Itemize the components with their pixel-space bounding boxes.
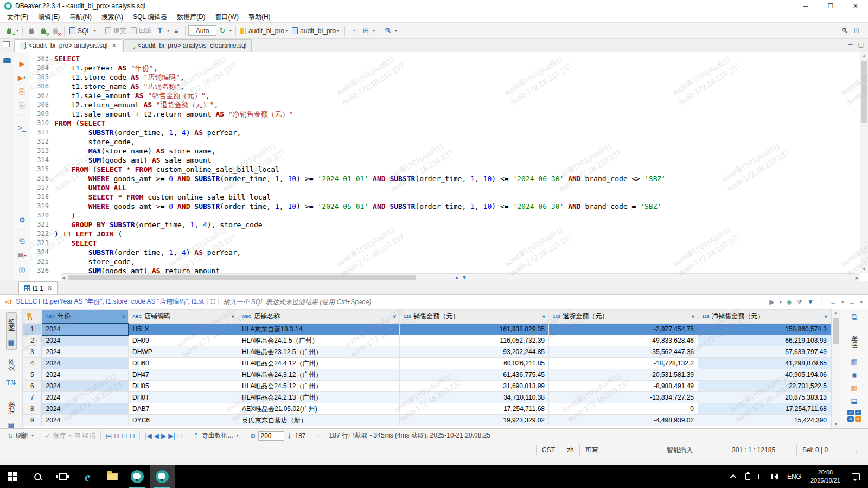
- fetch-limit-input[interactable]: [258, 431, 284, 441]
- query-text[interactable]: SELECT t1.perYear AS "年份", t1.store_code…: [16, 297, 204, 306]
- maximize-editor-icon[interactable]: ▢: [858, 41, 864, 48]
- nav-forward-caret[interactable]: ▾: [860, 299, 863, 305]
- connection-selector[interactable]: audit_bi_pro▾: [240, 27, 289, 35]
- results-vertical-scrollbar[interactable]: ▲ ▼: [831, 309, 840, 428]
- perspective-icon[interactable]: ⊡: [852, 26, 861, 36]
- row-number[interactable]: 4: [23, 358, 42, 369]
- cell[interactable]: HLA唯品会24.3.12（广州）: [238, 369, 400, 381]
- execute-statement-icon[interactable]: ▶: [14, 56, 30, 70]
- cell[interactable]: 英氏京东自营店（新）: [238, 415, 400, 426]
- cell[interactable]: 31,690,013.99: [400, 381, 549, 392]
- table-row[interactable]: 72024DH0THLA唯品会24.2.13（广州）34,710,110.38-…: [23, 392, 831, 403]
- cell[interactable]: 2024: [42, 403, 129, 415]
- restore-panel-icon[interactable]: [3, 41, 10, 47]
- taskbar-clock[interactable]: 20:08 2025/10/21: [805, 468, 846, 485]
- row-number[interactable]: 6: [23, 381, 42, 392]
- filter-settings-icon[interactable]: ⧩: [796, 298, 802, 306]
- table-row[interactable]: 12024H5LXHLA京东自营18.3.14161,938,029.05-2,…: [23, 324, 831, 335]
- plan-caret[interactable]: ▾: [373, 28, 375, 33]
- disconnect-icon[interactable]: ✕: [50, 26, 60, 36]
- menu-item[interactable]: 编辑(E): [33, 11, 65, 23]
- cell[interactable]: HLA唯品会24.2.13（广州）: [238, 392, 400, 403]
- execute-script-icon[interactable]: ⎘: [14, 85, 30, 99]
- sash-maximize-icons[interactable]: ▲▼: [454, 274, 469, 280]
- filter-history-caret[interactable]: ▾: [780, 299, 782, 305]
- row-number[interactable]: 1: [23, 324, 42, 335]
- cell[interactable]: 22,701,522.5: [698, 381, 831, 392]
- result-tab-close-icon[interactable]: ✕: [47, 285, 52, 292]
- cell[interactable]: 61,436,775.45: [400, 369, 549, 381]
- cell[interactable]: H5LX: [129, 324, 238, 335]
- cell[interactable]: DHWP: [129, 346, 238, 358]
- more-icon[interactable]: ⋯: [316, 432, 323, 440]
- next-page-icon[interactable]: ▶: [161, 432, 166, 440]
- column-header[interactable]: 123退货金额（元）▼: [549, 310, 698, 324]
- cell[interactable]: 66,219,103.93: [698, 335, 831, 346]
- schema-selector[interactable]: audit_bi_pro▾: [292, 27, 340, 35]
- last-page-icon[interactable]: ▶|: [168, 432, 175, 440]
- table-row[interactable]: 32024DHWPHLA唯品会23.12.5（广州）93,202,244.85-…: [23, 346, 831, 358]
- cell[interactable]: 2024: [42, 381, 129, 392]
- status-caret-position[interactable]: 301 : 1 : 12185: [726, 445, 796, 455]
- cell[interactable]: 15,424,390: [698, 415, 831, 426]
- cancel-button[interactable]: 取消: [82, 431, 95, 440]
- refresh-button[interactable]: 刷新: [15, 431, 28, 440]
- calc-panel-icons[interactable]: −+✕=: [847, 410, 861, 422]
- status-overflow-icon[interactable]: ⋮: [845, 446, 868, 454]
- edit-cell-icon[interactable]: ▤: [106, 432, 112, 440]
- column-header[interactable]: ABC年份▼: [42, 310, 129, 324]
- duplicate-row-icon[interactable]: ⊡: [122, 432, 127, 440]
- cell[interactable]: -4,498,939.02: [549, 415, 698, 426]
- action-center-icon[interactable]: [846, 473, 865, 480]
- row-number[interactable]: 8: [23, 403, 42, 415]
- cell[interactable]: 2024: [42, 415, 129, 426]
- menu-item[interactable]: 帮助(H): [244, 11, 276, 23]
- nav-back-caret[interactable]: ▾: [841, 299, 844, 305]
- cell[interactable]: 158,960,574.3: [698, 324, 831, 335]
- result-tab[interactable]: t1 1 ✕: [18, 281, 58, 294]
- minimize-editor-icon[interactable]: ─: [848, 41, 853, 48]
- menu-item[interactable]: 文件(F): [2, 11, 33, 23]
- reconnect-icon[interactable]: ↻: [39, 26, 48, 36]
- cell[interactable]: -2,977,454.75: [549, 324, 698, 335]
- code-area[interactable]: 303SELECT304 t1.perYear AS "年份",305 t1.s…: [30, 52, 868, 281]
- search-caret[interactable]: ▾: [395, 28, 397, 33]
- start-button[interactable]: [0, 465, 25, 488]
- nav-forward-icon[interactable]: →: [848, 298, 855, 306]
- language-indicator[interactable]: ENG: [783, 473, 805, 480]
- metadata-panel-icon[interactable]: ▦: [851, 384, 857, 392]
- cell[interactable]: -49,833,628.46: [549, 335, 698, 346]
- dbeaver-taskbar-button[interactable]: [125, 465, 150, 488]
- refresh-caret[interactable]: ▾: [31, 433, 34, 438]
- delete-row-icon[interactable]: ⊟: [129, 432, 135, 440]
- column-filter-caret[interactable]: ▼: [691, 314, 695, 319]
- internet-explorer-button[interactable]: e: [75, 465, 100, 488]
- fetch-all-icon[interactable]: ⭳: [286, 432, 293, 440]
- quick-access-search-icon[interactable]: 🔍︎: [840, 26, 850, 36]
- file-error-icon[interactable]: ▤●: [14, 248, 30, 262]
- column-filter-caret[interactable]: ▼: [824, 314, 828, 319]
- maximize-button[interactable]: ☐: [818, 0, 843, 12]
- cell[interactable]: -18,728,132.2: [549, 358, 698, 369]
- cell[interactable]: 2024: [42, 324, 129, 335]
- cell[interactable]: -13,834,727.25: [549, 392, 698, 403]
- cell[interactable]: 40,905,194.06: [698, 369, 831, 381]
- editor-tab[interactable]: <audit_bi_pro> analysis.sql✕: [14, 39, 122, 52]
- column-header[interactable]: ABC店铺名称▼: [238, 310, 400, 324]
- new-connection-icon[interactable]: +: [4, 26, 14, 36]
- close-button[interactable]: ✕: [843, 0, 868, 12]
- cell[interactable]: 17,254,711.68: [698, 403, 831, 415]
- cell[interactable]: HLA京东自营18.3.14: [238, 324, 400, 335]
- task-view-button[interactable]: [50, 465, 75, 488]
- cell[interactable]: HLA唯品会24.4.12（广州）: [238, 358, 400, 369]
- panel-toggle-icon[interactable]: ⧉: [851, 312, 857, 322]
- cell[interactable]: 2024: [42, 392, 129, 403]
- cell[interactable]: AEX唯品会21.05.02(广州): [238, 403, 400, 415]
- first-page-icon[interactable]: |◀: [145, 432, 151, 440]
- column-filter-caret[interactable]: ▼: [121, 314, 126, 319]
- cell[interactable]: DH09: [129, 335, 238, 346]
- refresh-icon[interactable]: ↻: [8, 432, 13, 440]
- export-caret[interactable]: ▾: [237, 433, 239, 438]
- editor-tab[interactable]: <audit_bi_pro> analysis_cleartime.sql: [123, 39, 252, 52]
- cell[interactable]: 2024: [42, 369, 129, 381]
